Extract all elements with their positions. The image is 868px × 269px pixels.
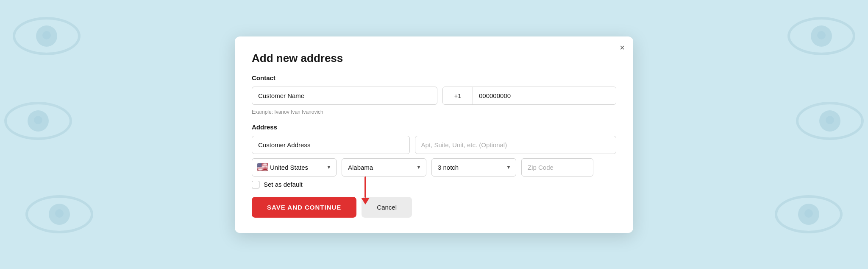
- customer-name-input[interactable]: [252, 87, 437, 105]
- city-select[interactable]: 3 notch: [431, 158, 516, 177]
- arrow-annotation: [361, 177, 370, 205]
- country-select-wrapper: 🇺🇸 United States ▼: [252, 158, 337, 177]
- set-default-row: Set as default: [252, 181, 616, 188]
- customer-address-input[interactable]: [252, 136, 410, 154]
- country-select[interactable]: United States: [252, 158, 337, 177]
- state-select-wrapper: Alabama ▼: [342, 158, 426, 177]
- phone-code-input[interactable]: [443, 87, 473, 104]
- city-select-wrapper: 3 notch ▼: [431, 158, 516, 177]
- address-section-label: Address: [252, 123, 616, 131]
- button-row: SAVE AND CONTINUE Cancel: [252, 197, 616, 218]
- arrow-shaft: [364, 177, 366, 198]
- contact-section-label: Contact: [252, 74, 616, 81]
- name-hint: Example: Ivanov Ivan Ivanovich: [252, 109, 616, 115]
- phone-number-input[interactable]: [473, 87, 616, 104]
- save-and-continue-button[interactable]: SAVE AND CONTINUE: [252, 197, 356, 218]
- address-row-1: [252, 136, 616, 154]
- arrow-head: [361, 198, 370, 205]
- state-select[interactable]: Alabama: [342, 158, 426, 177]
- set-default-label: Set as default: [264, 181, 303, 188]
- phone-group: [442, 87, 616, 105]
- contact-row: [252, 87, 616, 105]
- set-default-checkbox[interactable]: [252, 181, 259, 188]
- address-row-2: 🇺🇸 United States ▼ Alabama ▼ 3 notch ▼: [252, 158, 616, 177]
- apt-input[interactable]: [415, 136, 616, 154]
- zip-code-input[interactable]: [521, 158, 593, 177]
- add-address-modal: × Add new address Contact Example: Ivano…: [235, 36, 633, 233]
- close-button[interactable]: ×: [620, 43, 625, 52]
- modal-title: Add new address: [252, 52, 616, 65]
